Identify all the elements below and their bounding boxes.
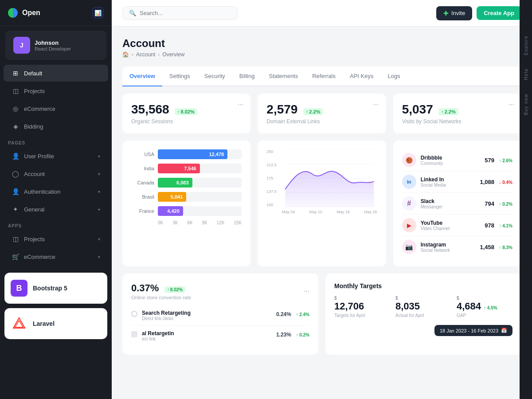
dribbble-val: 579 bbox=[485, 157, 494, 164]
social-label: Visits by Social Networks bbox=[402, 118, 512, 125]
nav-default[interactable]: ⊞ Default bbox=[4, 65, 108, 82]
target-item-gap: $ 4,684 ↑ 4.5% GAP bbox=[457, 296, 512, 318]
bar-axis: 0K 3K 6K 9K 12K 15K bbox=[131, 220, 242, 225]
breadcrumb-sep-2: › bbox=[158, 51, 160, 58]
nav-projects-label: Projects bbox=[24, 88, 45, 94]
tab-statements[interactable]: Statements bbox=[262, 66, 305, 86]
charts-row: USA 12,478 India 7,546 bbox=[122, 141, 521, 266]
line-y-labels: 250 212.5 175 137.5 100 bbox=[266, 149, 277, 207]
retarget-row-2: al Retargetin ect link 1.23% ↑ 0.2% bbox=[131, 326, 309, 346]
bar-val-canada: 6,083 bbox=[176, 180, 189, 185]
chevron-down-icon: ▾ bbox=[98, 189, 100, 194]
retarget-circle-icon bbox=[131, 311, 137, 317]
search-box[interactable]: 🔍 bbox=[122, 6, 238, 20]
social-list: 🏀 Dribbble Community 579 ↑ 2.6% in bbox=[402, 149, 512, 258]
organic-badge: ↑ 8.02% bbox=[175, 108, 197, 115]
breadcrumb-account[interactable]: Account bbox=[136, 51, 155, 58]
slack-name: Slack bbox=[421, 198, 442, 204]
general-label: General bbox=[24, 206, 44, 213]
sidebar-item-authentication[interactable]: 👤 Authentication ▾ bbox=[4, 183, 108, 200]
bar-val-brasil: 5,041 bbox=[171, 194, 183, 200]
sidebar-item-projects-app[interactable]: ◫ Projects ▾ bbox=[4, 231, 108, 247]
chevron-down-icon: ▾ bbox=[98, 254, 100, 259]
target-dollar-0: $ bbox=[334, 296, 390, 301]
x-may18: May 18 bbox=[336, 210, 350, 214]
domain-badge: ↑ 2.2% bbox=[303, 108, 323, 115]
projects-icon: ◫ bbox=[12, 87, 20, 95]
sidebar-item-general[interactable]: ✦ General ▾ bbox=[4, 201, 108, 218]
axis-3k: 3K bbox=[172, 220, 178, 225]
svg-marker-0 bbox=[13, 318, 25, 328]
logo-dot-icon bbox=[8, 8, 18, 18]
tab-settings[interactable]: Settings bbox=[162, 66, 197, 86]
more-icon[interactable]: ··· bbox=[373, 101, 379, 109]
nav-projects[interactable]: ◫ Projects bbox=[4, 82, 108, 99]
retarget-name-2: al Retargetin bbox=[142, 330, 174, 336]
nav-default-label: Default bbox=[24, 70, 42, 77]
social-row-instagram: 📷 Instagram Social Network 1,458 ↑ 8.3% bbox=[402, 236, 512, 258]
account-icon: ◯ bbox=[12, 170, 20, 178]
laravel-label: Laravel bbox=[33, 320, 55, 327]
bar-track-brasil: 5,041 bbox=[158, 192, 242, 202]
search-icon: 🔍 bbox=[129, 10, 136, 16]
sidebar-item-ecommerce-app[interactable]: 🛒 eCommerce ▾ bbox=[4, 248, 108, 265]
organic-label: Organic Sessions bbox=[131, 118, 242, 125]
gap-change: ↑ 4.5% bbox=[484, 305, 497, 310]
stats-icon[interactable]: 📊 bbox=[92, 7, 104, 19]
user-profile-icon: 👤 bbox=[12, 152, 20, 160]
tab-billing[interactable]: Billing bbox=[232, 66, 262, 86]
y-250: 250 bbox=[266, 149, 277, 154]
retarget-more-icon[interactable]: ··· bbox=[304, 287, 309, 295]
retarget-stat: 0.37% bbox=[131, 282, 159, 293]
bar-label-usa: USA bbox=[131, 152, 154, 157]
line-chart-svg bbox=[282, 149, 377, 207]
ecommerce-app-label: eCommerce bbox=[24, 254, 55, 260]
bar-row-brasil: Brasil 5,041 bbox=[131, 192, 242, 202]
retarget-header: 0.37% ↑ 8.02% Online store convertion ra… bbox=[131, 282, 309, 300]
nav-bidding[interactable]: ◈ Bidding bbox=[4, 118, 108, 135]
bar-fill-brasil: 5,041 bbox=[158, 192, 186, 202]
target-val-0: 12,706 bbox=[334, 301, 390, 312]
bootstrap-logo: B bbox=[11, 280, 27, 297]
breadcrumb: 🏠 › Account › Overview bbox=[122, 51, 521, 58]
calendar-icon: 📅 bbox=[501, 328, 507, 333]
retarget-pct-1: 0.24% bbox=[276, 311, 291, 317]
projects-app-label: Projects bbox=[24, 236, 45, 243]
bar-row-france: France 4,420 bbox=[131, 206, 242, 216]
create-app-button[interactable]: Create App bbox=[477, 6, 521, 20]
nav-ecommerce[interactable]: ◎ eCommerce bbox=[4, 100, 108, 117]
auth-label: Authentication bbox=[24, 188, 60, 195]
bar-chart-card: USA 12,478 India 7,546 bbox=[122, 141, 250, 266]
x-may04: May 04 bbox=[282, 210, 295, 214]
retarget-badge: ↑ 8.02% bbox=[164, 286, 185, 293]
app-name: Open bbox=[22, 9, 40, 17]
sidebar-item-account[interactable]: ◯ Account ▾ bbox=[4, 165, 108, 182]
tab-overview[interactable]: Overview bbox=[122, 66, 162, 86]
bar-fill-usa: 12,478 bbox=[158, 149, 227, 159]
x-may10: May 10 bbox=[309, 210, 323, 214]
plus-icon: ✚ bbox=[443, 10, 449, 17]
ecommerce-icon: ◎ bbox=[12, 105, 20, 113]
sidebar-item-user-profile[interactable]: 👤 User Profile ▾ bbox=[4, 148, 108, 164]
search-input[interactable] bbox=[140, 10, 231, 16]
target-dollar-2: $ bbox=[457, 296, 512, 301]
target-item-targets: $ 12,706 Targets for April bbox=[334, 296, 390, 318]
more-icon[interactable]: ··· bbox=[238, 101, 243, 109]
user-card[interactable]: J Johnson React Developer bbox=[5, 31, 106, 60]
app-logo: Open 📊 bbox=[0, 0, 112, 26]
chevron-down-icon: ▾ bbox=[98, 154, 100, 159]
invite-button[interactable]: ✚ Invite bbox=[436, 6, 472, 20]
nav-bidding-label: Bidding bbox=[24, 123, 43, 130]
tab-api-keys[interactable]: API Keys bbox=[343, 66, 380, 86]
more-icon[interactable]: ··· bbox=[509, 101, 514, 109]
date-range-text: 18 Jan 2023 - 16 Feb 2023 bbox=[440, 328, 498, 333]
retargeting-card: 0.37% ↑ 8.02% Online store convertion ra… bbox=[122, 274, 318, 355]
tab-referrals[interactable]: Referrals bbox=[305, 66, 343, 86]
retarget-name-1: Search Retargeting bbox=[142, 310, 191, 316]
stats-grid: 35,568 ↑ 8.02% Organic Sessions ··· 2,57… bbox=[122, 94, 521, 133]
tab-security[interactable]: Security bbox=[197, 66, 232, 86]
bar-track-france: 4,420 bbox=[158, 206, 242, 216]
breadcrumb-home-icon[interactable]: 🏠 bbox=[122, 51, 129, 58]
instagram-change: ↑ 8.3% bbox=[499, 245, 512, 250]
tab-logs[interactable]: Logs bbox=[380, 66, 407, 86]
